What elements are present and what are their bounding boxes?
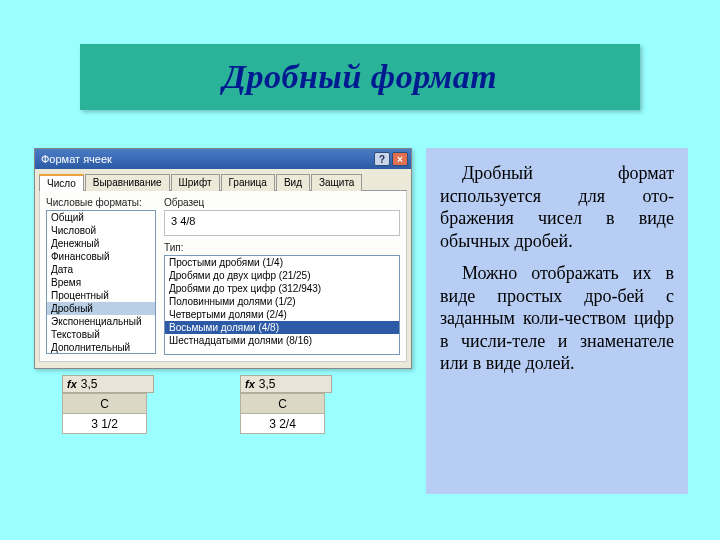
slide-title: Дробный формат <box>223 58 497 96</box>
left-column: Формат ячеек ? × Число Выравнивание Шриф… <box>34 148 412 369</box>
formula-bar: fx 3,5 <box>62 375 154 393</box>
example-2: fx 3,5 C 3 2/4 <box>240 375 332 434</box>
type-item-selected[interactable]: Восьмыми долями (4/8) <box>165 321 399 334</box>
fx-icon: fx <box>245 378 255 390</box>
category-item[interactable]: Числовой <box>47 224 155 237</box>
category-item-selected[interactable]: Дробный <box>47 302 155 315</box>
dialog-body: Числовые форматы: Общий Числовой Денежны… <box>39 191 407 362</box>
category-item[interactable]: Экспоненциальный <box>47 315 155 328</box>
tab-protection[interactable]: Защита <box>311 174 362 191</box>
description-p2: Можно отображать их в виде простых дро-б… <box>440 262 674 375</box>
col-header: C <box>63 394 147 414</box>
dialog-caption: Формат ячеек <box>41 153 372 165</box>
type-list[interactable]: Простыми дробями (1/4) Дробями до двух ц… <box>164 255 400 355</box>
col-header: C <box>241 394 325 414</box>
format-cells-dialog: Формат ячеек ? × Число Выравнивание Шриф… <box>34 148 412 369</box>
tab-border[interactable]: Граница <box>221 174 275 191</box>
type-item[interactable]: Половинными долями (1/2) <box>165 295 399 308</box>
category-column: Числовые форматы: Общий Числовой Денежны… <box>46 197 156 355</box>
category-item[interactable]: Дата <box>47 263 155 276</box>
category-item[interactable]: Финансовый <box>47 250 155 263</box>
category-item[interactable]: Процентный <box>47 289 155 302</box>
slide-title-band: Дробный формат <box>80 44 640 110</box>
formula-value: 3,5 <box>81 377 98 391</box>
category-item[interactable]: Денежный <box>47 237 155 250</box>
sample-box: 3 4/8 <box>164 210 400 236</box>
type-label: Тип: <box>164 242 400 253</box>
description-p1: Дробный формат используется для ото-браж… <box>440 162 674 252</box>
type-item[interactable]: Дробями до трех цифр (312/943) <box>165 282 399 295</box>
tab-font[interactable]: Шрифт <box>171 174 220 191</box>
category-item[interactable]: Время <box>47 276 155 289</box>
formula-value: 3,5 <box>259 377 276 391</box>
category-label: Числовые форматы: <box>46 197 156 208</box>
formula-bar: fx 3,5 <box>240 375 332 393</box>
detail-column: Образец 3 4/8 Тип: Простыми дробями (1/4… <box>164 197 400 355</box>
dialog-tabs: Число Выравнивание Шрифт Граница Вид Защ… <box>39 173 407 191</box>
category-item[interactable]: Дополнительный <box>47 341 155 354</box>
type-item[interactable]: Четвертыми долями (2/4) <box>165 308 399 321</box>
category-item[interactable]: Общий <box>47 211 155 224</box>
dialog-titlebar: Формат ячеек ? × <box>35 149 411 169</box>
tab-alignment[interactable]: Выравнивание <box>85 174 170 191</box>
close-button[interactable]: × <box>392 152 408 166</box>
category-item[interactable]: Текстовый <box>47 328 155 341</box>
tab-view[interactable]: Вид <box>276 174 310 191</box>
mini-grid: C 3 2/4 <box>240 393 325 434</box>
fx-icon: fx <box>67 378 77 390</box>
help-button[interactable]: ? <box>374 152 390 166</box>
description-panel: Дробный формат используется для ото-браж… <box>426 148 688 494</box>
category-list[interactable]: Общий Числовой Денежный Финансовый Дата … <box>46 210 156 354</box>
mini-grid: C 3 1/2 <box>62 393 147 434</box>
type-item[interactable]: Простыми дробями (1/4) <box>165 256 399 269</box>
cell-value: 3 2/4 <box>241 414 325 434</box>
type-item[interactable]: Дробями до двух цифр (21/25) <box>165 269 399 282</box>
sample-label: Образец <box>164 197 400 208</box>
examples-row: fx 3,5 C 3 1/2 fx 3,5 C 3 2/4 <box>62 375 332 434</box>
type-item[interactable]: Шестнадцатыми долями (8/16) <box>165 334 399 347</box>
example-1: fx 3,5 C 3 1/2 <box>62 375 154 434</box>
cell-value: 3 1/2 <box>63 414 147 434</box>
tab-number[interactable]: Число <box>39 174 84 191</box>
